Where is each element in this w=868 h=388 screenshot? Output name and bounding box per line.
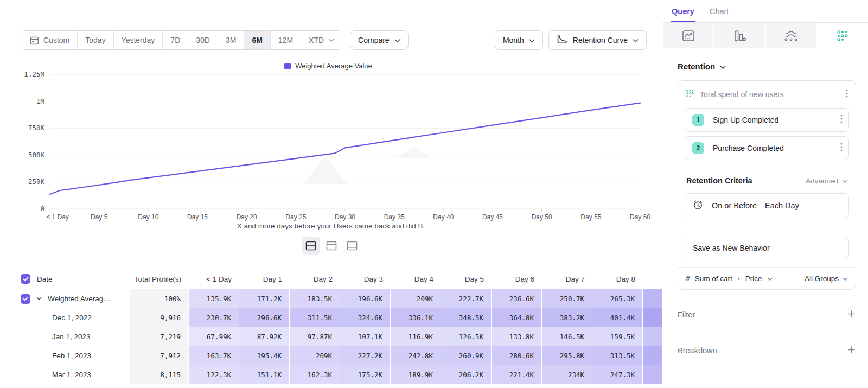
- kebab-menu-icon[interactable]: [840, 115, 843, 125]
- chart-legend: Weighted Average Value: [0, 62, 656, 70]
- retention-value-cell[interactable]: 311.5K: [290, 308, 340, 327]
- retention-value-cell[interactable]: 250.7K: [542, 289, 592, 308]
- group-dropdown[interactable]: All Groups: [805, 275, 848, 283]
- date-range-3m[interactable]: 3M: [218, 31, 244, 49]
- date-range-xtd[interactable]: XTD: [301, 31, 342, 49]
- date-range-label: 30D: [196, 36, 210, 44]
- retention-value-cell[interactable]: 236.6K: [492, 289, 542, 308]
- retention-value-cell[interactable]: 313.5K: [592, 346, 643, 365]
- row-checkbox[interactable]: [21, 294, 30, 304]
- retention-value-cell[interactable]: 175.2K: [340, 365, 391, 384]
- granularity-dropdown[interactable]: Month: [495, 30, 543, 50]
- chevron-down-icon: [842, 177, 848, 185]
- retention-value-cell[interactable]: 242.8K: [391, 346, 441, 365]
- retention-value-cell[interactable]: 67.99K: [189, 327, 239, 346]
- retention-value-cell[interactable]: 295.8K: [542, 346, 592, 365]
- layout-view-toggle: [0, 237, 663, 255]
- retention-value-cell[interactable]: 348.5K: [441, 308, 492, 327]
- retention-value-cell[interactable]: 324.6K: [340, 308, 391, 327]
- retention-value-cell[interactable]: 195.4K: [239, 346, 290, 365]
- date-range-yesterday[interactable]: Yesterday: [114, 31, 163, 49]
- retention-value-cell[interactable]: 265.3K: [592, 289, 643, 308]
- funnels-report-button[interactable]: [714, 23, 765, 48]
- date-range-label: Today: [85, 36, 105, 44]
- retention-value-cell[interactable]: 364.8K: [492, 308, 542, 327]
- retention-value-cell[interactable]: 183.5K: [290, 289, 340, 308]
- retention-section-header[interactable]: Retention: [678, 62, 868, 71]
- measure-label[interactable]: Sum of cart: [695, 275, 732, 283]
- retention-value-cell[interactable]: 122.3K: [189, 365, 239, 384]
- retention-value-cell[interactable]: 383.2K: [542, 308, 592, 327]
- row-checkbox[interactable]: [21, 274, 30, 284]
- retention-curve-line[interactable]: [50, 103, 640, 194]
- retention-value-cell[interactable]: 227.2K: [340, 346, 391, 365]
- retention-value-cell[interactable]: 280.6K: [492, 346, 542, 365]
- retention-value-cell[interactable]: 336.1K: [391, 308, 441, 327]
- header-label: Day 7: [566, 275, 585, 283]
- flows-report-button[interactable]: [766, 23, 817, 48]
- date-range-7d[interactable]: 7D: [163, 31, 188, 49]
- chart-only-view-button[interactable]: [323, 237, 341, 255]
- date-range-6m[interactable]: 6M: [244, 31, 270, 49]
- kebab-menu-icon[interactable]: [840, 143, 843, 154]
- retention-value-cell[interactable]: 189.9K: [391, 365, 441, 384]
- retention-value-cell[interactable]: 221.4K: [492, 365, 542, 384]
- split-view-button[interactable]: [302, 237, 320, 255]
- header-label: < 1 Day: [206, 275, 232, 283]
- behavior-step[interactable]: 1Sign Up Completed: [685, 108, 849, 132]
- retention-value-cell[interactable]: 209K: [290, 346, 340, 365]
- tab-query[interactable]: Query: [672, 0, 694, 22]
- cell-value: 206.2K: [459, 371, 483, 379]
- retention-value-cell[interactable]: 196.6K: [340, 289, 391, 308]
- add-filter-button[interactable]: [848, 310, 855, 319]
- measure-property[interactable]: Price: [745, 275, 762, 283]
- retention-value-cell[interactable]: 97.87K: [290, 327, 340, 346]
- tab-chart[interactable]: Chart: [710, 0, 729, 22]
- add-breakdown-button[interactable]: [848, 346, 855, 355]
- retention-grid-report-button[interactable]: [817, 23, 868, 48]
- behavior-step[interactable]: 2Purchase Completed: [685, 136, 849, 160]
- retention-value-cell[interactable]: 87.92K: [239, 327, 290, 346]
- retention-value-cell[interactable]: 222.7K: [441, 289, 492, 308]
- table-row[interactable]: Weighted Average ...100%135.9K171.2K183.…: [16, 289, 663, 308]
- retention-value-cell[interactable]: 163.7K: [189, 346, 239, 365]
- retention-value-cell[interactable]: 107.1K: [340, 327, 391, 346]
- retention-value-cell[interactable]: 159.5K: [592, 327, 643, 346]
- retention-value-cell[interactable]: 162.3K: [290, 365, 340, 384]
- table-row[interactable]: Dec 1, 20229,916230.7K296.6K311.5K324.6K…: [16, 308, 663, 327]
- retention-value-cell[interactable]: 151.1K: [239, 365, 290, 384]
- table-only-view-button[interactable]: [343, 237, 361, 255]
- retention-value-cell[interactable]: 260.9K: [441, 346, 492, 365]
- retention-value-cell[interactable]: 146.5K: [542, 327, 592, 346]
- retention-value-cell[interactable]: 171.2K: [239, 289, 290, 308]
- date-range-custom[interactable]: Custom: [22, 31, 78, 49]
- retention-value-cell[interactable]: 116.9K: [391, 327, 441, 346]
- table-row[interactable]: Mar 1, 20238,115122.3K151.1K162.3K175.2K…: [16, 365, 663, 384]
- compare-button[interactable]: Compare: [350, 30, 409, 50]
- retention-value-cell[interactable]: 230.7K: [189, 308, 239, 327]
- retention-value-cell[interactable]: 401.4K: [592, 308, 643, 327]
- cell-value: 126.5K: [459, 333, 483, 341]
- date-range-12m[interactable]: 12M: [271, 31, 301, 49]
- date-range-30d[interactable]: 30D: [188, 31, 218, 49]
- table-row[interactable]: Feb 1, 20237,912163.7K195.4K209K227.2K24…: [16, 346, 663, 365]
- cell-value: 265.3K: [610, 295, 635, 303]
- chart-type-dropdown[interactable]: Retention Curve: [548, 30, 647, 50]
- save-as-new-behavior-button[interactable]: Save as New Behavior: [685, 238, 849, 258]
- date-range-segmented-control: CustomTodayYesterday7D30D3M6M12MXTD: [22, 30, 342, 50]
- retention-value-cell[interactable]: 296.6K: [239, 308, 290, 327]
- kebab-menu-icon[interactable]: [846, 89, 848, 99]
- insights-report-button[interactable]: [663, 23, 714, 48]
- retention-value-cell[interactable]: 234K: [542, 365, 592, 384]
- retention-value-cell[interactable]: 133.8K: [492, 327, 542, 346]
- date-range-today[interactable]: Today: [78, 31, 113, 49]
- retention-value-cell[interactable]: 247.3K: [592, 365, 643, 384]
- retention-line-chart[interactable]: 1.25M1M750K500K250K0< 1 DayDay 5Day 10Da…: [16, 70, 651, 225]
- retention-value-cell[interactable]: 209K: [391, 289, 441, 308]
- retention-value-cell[interactable]: 126.5K: [441, 327, 492, 346]
- table-row[interactable]: Jan 1, 20237,21967.99K87.92K97.87K107.1K…: [16, 327, 663, 346]
- retention-value-cell[interactable]: 206.2K: [441, 365, 492, 384]
- criteria-condition-row[interactable]: On or Before Each Day: [685, 193, 849, 218]
- retention-value-cell[interactable]: 135.9K: [189, 289, 239, 308]
- criteria-mode-dropdown[interactable]: Advanced: [806, 177, 848, 185]
